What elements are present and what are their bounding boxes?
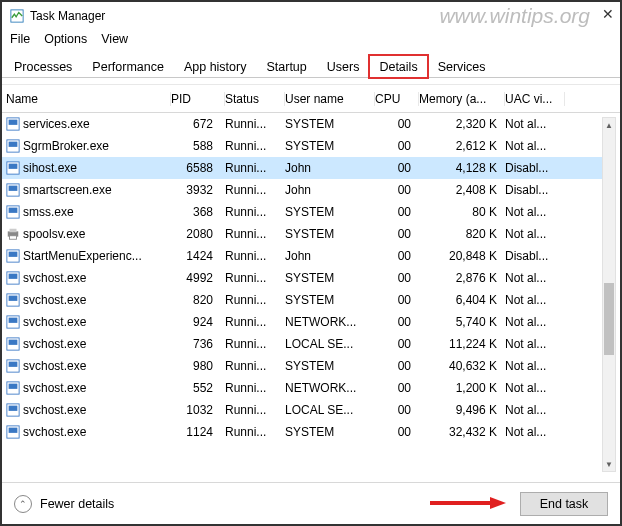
table-row[interactable]: svchost.exe1032Runni...LOCAL SE...009,49… [2, 399, 602, 421]
close-icon[interactable]: ✕ [602, 6, 614, 22]
process-name: StartMenuExperienc... [23, 249, 142, 263]
process-memory: 80 K [419, 205, 505, 219]
svg-rect-25 [9, 362, 18, 367]
process-icon [6, 403, 20, 417]
col-cpu[interactable]: CPU [375, 92, 419, 106]
col-user[interactable]: User name [285, 92, 375, 106]
process-memory: 40,632 K [419, 359, 505, 373]
process-user: SYSTEM [285, 359, 375, 373]
process-user: SYSTEM [285, 117, 375, 131]
end-task-button[interactable]: End task [520, 492, 608, 516]
process-pid: 980 [171, 359, 225, 373]
process-status: Runni... [225, 117, 285, 131]
col-mem[interactable]: Memory (a... [419, 92, 505, 106]
title-bar: Task Manager www.wintips.org ✕ [2, 2, 620, 30]
process-name: svchost.exe [23, 271, 86, 285]
table-row[interactable]: StartMenuExperienc...1424Runni...John002… [2, 245, 602, 267]
process-memory: 4,128 K [419, 161, 505, 175]
table-row[interactable]: services.exe672Runni...SYSTEM002,320 KNo… [2, 113, 602, 135]
process-status: Runni... [225, 403, 285, 417]
col-name[interactable]: Name [6, 92, 171, 106]
process-name: svchost.exe [23, 293, 86, 307]
svg-rect-4 [9, 142, 18, 147]
tab-users[interactable]: Users [317, 55, 370, 77]
process-icon [6, 227, 20, 241]
chevron-up-icon: ⌃ [14, 495, 32, 513]
tab-services[interactable]: Services [428, 55, 496, 77]
table-row[interactable]: smartscreen.exe3932Runni...John002,408 K… [2, 179, 602, 201]
process-user: LOCAL SE... [285, 337, 375, 351]
fewer-details-toggle[interactable]: ⌃ Fewer details [14, 495, 114, 513]
process-icon [6, 183, 20, 197]
vertical-scrollbar[interactable]: ▲ ▼ [602, 117, 616, 472]
process-memory: 820 K [419, 227, 505, 241]
process-status: Runni... [225, 337, 285, 351]
svg-rect-23 [9, 340, 18, 345]
process-pid: 3932 [171, 183, 225, 197]
menu-options[interactable]: Options [44, 32, 87, 46]
process-icon [6, 315, 20, 329]
process-name: services.exe [23, 117, 90, 131]
table-row[interactable]: spoolsv.exe2080Runni...SYSTEM00820 KNot … [2, 223, 602, 245]
tab-details[interactable]: Details [369, 55, 427, 78]
process-name: SgrmBroker.exe [23, 139, 109, 153]
process-icon [6, 271, 20, 285]
process-user: John [285, 183, 375, 197]
process-name: smss.exe [23, 205, 74, 219]
table-row[interactable]: svchost.exe924Runni...NETWORK...005,740 … [2, 311, 602, 333]
process-icon [6, 117, 20, 131]
process-cpu: 00 [375, 183, 419, 197]
table-row[interactable]: sihost.exe6588Runni...John004,128 KDisab… [2, 157, 602, 179]
tab-startup[interactable]: Startup [256, 55, 316, 77]
process-user: SYSTEM [285, 205, 375, 219]
process-uac: Not al... [505, 403, 565, 417]
process-pid: 552 [171, 381, 225, 395]
process-name: svchost.exe [23, 359, 86, 373]
col-uac[interactable]: UAC vi... [505, 92, 565, 106]
tab-processes[interactable]: Processes [4, 55, 82, 77]
process-user: SYSTEM [285, 293, 375, 307]
process-cpu: 00 [375, 315, 419, 329]
menu-file[interactable]: File [10, 32, 30, 46]
table-row[interactable]: svchost.exe4992Runni...SYSTEM002,876 KNo… [2, 267, 602, 289]
table-row[interactable]: svchost.exe736Runni...LOCAL SE...0011,22… [2, 333, 602, 355]
scroll-up-icon[interactable]: ▲ [603, 118, 615, 132]
table-row[interactable]: smss.exe368Runni...SYSTEM0080 KNot al... [2, 201, 602, 223]
table-row[interactable]: svchost.exe820Runni...SYSTEM006,404 KNot… [2, 289, 602, 311]
process-uac: Not al... [505, 359, 565, 373]
process-status: Runni... [225, 161, 285, 175]
scroll-thumb[interactable] [604, 283, 614, 355]
table-row[interactable]: svchost.exe552Runni...NETWORK...001,200 … [2, 377, 602, 399]
process-name: svchost.exe [23, 315, 86, 329]
process-user: SYSTEM [285, 271, 375, 285]
process-status: Runni... [225, 205, 285, 219]
process-cpu: 00 [375, 227, 419, 241]
tab-performance[interactable]: Performance [82, 55, 174, 77]
process-icon [6, 249, 20, 263]
col-status[interactable]: Status [225, 92, 285, 106]
process-pid: 1424 [171, 249, 225, 263]
process-icon [6, 205, 20, 219]
svg-rect-31 [9, 428, 18, 433]
process-pid: 588 [171, 139, 225, 153]
menu-view[interactable]: View [101, 32, 128, 46]
column-headers: Name PID Status User name CPU Memory (a.… [2, 85, 620, 113]
process-name: svchost.exe [23, 337, 86, 351]
scroll-down-icon[interactable]: ▼ [603, 457, 615, 471]
table-row[interactable]: svchost.exe1124Runni...SYSTEM0032,432 KN… [2, 421, 602, 443]
process-icon [6, 425, 20, 439]
process-user: John [285, 249, 375, 263]
tab-app-history[interactable]: App history [174, 55, 257, 77]
process-cpu: 00 [375, 403, 419, 417]
col-pid[interactable]: PID [171, 92, 225, 106]
process-uac: Disabl... [505, 249, 565, 263]
process-memory: 2,320 K [419, 117, 505, 131]
process-pid: 820 [171, 293, 225, 307]
process-uac: Not al... [505, 227, 565, 241]
svg-rect-10 [9, 208, 18, 213]
process-memory: 2,612 K [419, 139, 505, 153]
table-row[interactable]: svchost.exe980Runni...SYSTEM0040,632 KNo… [2, 355, 602, 377]
table-row[interactable]: SgrmBroker.exe588Runni...SYSTEM002,612 K… [2, 135, 602, 157]
svg-rect-27 [9, 384, 18, 389]
process-memory: 2,876 K [419, 271, 505, 285]
